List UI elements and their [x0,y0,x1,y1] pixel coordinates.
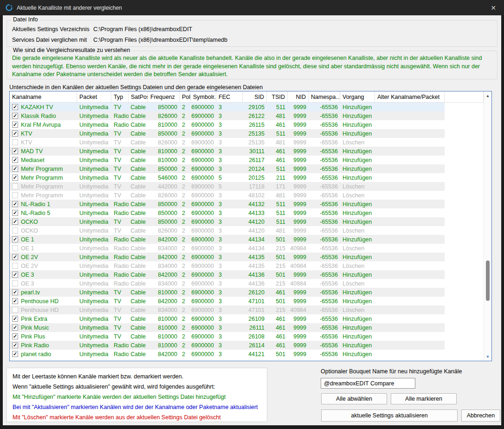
table-row[interactable]: OE 2VUnitymediaRadioCable834000269000003… [10,261,484,270]
cell-fec: 3 [216,138,243,147]
table-row[interactable]: ✓KAZAKH TVUnitymediaTVCable8500002690000… [10,103,484,111]
row-checkbox[interactable] [12,183,18,189]
row-checkbox[interactable]: ✓ [12,219,18,225]
table-row[interactable]: KTVUnitymediaTVCable82600026900000325135… [10,138,484,147]
table-row[interactable]: ✓Mehr ProgrammUnitymediaTVCable546000269… [10,173,484,182]
row-checkbox[interactable] [12,228,18,234]
row-checkbox[interactable] [12,263,18,269]
cell-spacer [445,182,484,191]
update-settings-button[interactable]: aktuelle Settings aktualisieren [321,410,458,422]
table-row[interactable]: ✓KTVUnitymediaTVCable8500002690000032513… [10,129,484,138]
table-row[interactable]: ✓Pink RadioUnitymediaRadioCable810000269… [10,341,484,350]
row-checkbox[interactable] [12,280,18,286]
table-row[interactable]: ✓Mehr ProgrammUnitymediaTVCable850000269… [10,164,484,173]
row-checkbox[interactable]: ✓ [12,157,18,163]
vertical-scrollbar[interactable]: ▲ ▼ [484,91,491,361]
table-row[interactable]: ✓Pink ExtraUnitymediaTVCable810000269000… [10,314,484,323]
column-header-tsid[interactable]: TSID [267,91,288,102]
column-header-namespace[interactable]: Namespa... [309,91,340,102]
row-checkbox[interactable] [12,192,18,198]
row-checkbox[interactable]: ✓ [12,351,18,357]
cell-name: ✓OE 2V [10,253,77,261]
scroll-down-icon[interactable]: ▼ [484,353,491,360]
column-header-nid[interactable]: NID [288,91,309,102]
cell-typ: Radio [111,279,129,288]
row-checkbox[interactable]: ✓ [12,272,18,278]
table-row[interactable]: ✓MAD TVUnitymediaTVCable8100002690000033… [10,147,484,156]
channel-name: Klassik Radio [21,113,56,119]
row-checkbox[interactable] [12,139,18,145]
bouquet-name-input[interactable] [321,378,415,389]
cancel-button[interactable]: Abbrechen [461,410,500,422]
table-row[interactable]: ✓Klassik RadioUnitymediaRadioCable826000… [10,111,484,120]
row-checkbox[interactable]: ✓ [12,130,18,136]
cell-symbolrate: 6900000 [191,332,216,341]
table-row[interactable]: OE 3UnitymediaRadioCable8340002690000034… [10,279,484,288]
column-header-vorgang[interactable]: Vorgang [340,91,375,102]
cell-packet: Unitymedia [77,120,111,129]
table-row[interactable]: OE 1UnitymediaRadioCable8340002690000034… [10,244,484,253]
row-checkbox[interactable]: ✓ [12,104,18,110]
select-all-button[interactable]: Alle markieren [391,393,457,404]
row-checkbox[interactable] [12,245,18,251]
row-checkbox[interactable]: ✓ [12,254,18,260]
row-checkbox[interactable]: ✓ [12,175,18,181]
row-checkbox[interactable]: ✓ [12,113,18,119]
row-checkbox[interactable]: ✓ [12,122,18,128]
table-row[interactable]: Mehr ProgrammUnitymediaTVCable4420002690… [10,182,484,191]
table-row[interactable]: ✓NL-Radio 5UnitymediaRadioCable850000269… [10,208,484,217]
row-checkbox[interactable]: ✓ [12,316,18,322]
column-header-symbolrate[interactable]: Symbolr... [191,91,216,102]
column-header-alter_name[interactable]: Alter Kanalname/Packet [375,91,445,102]
row-checkbox[interactable]: ✓ [12,298,18,304]
scrollbar-thumb[interactable] [486,260,490,301]
cell-packet: Unitymedia [77,323,111,332]
channel-name: NL-Radio 5 [21,210,50,216]
cell-typ: Radio [111,111,129,120]
column-header-name[interactable]: Kanalname [10,91,77,102]
row-checkbox[interactable]: ✓ [12,166,18,172]
table-row[interactable]: ✓pearl.tvUnitymediaTVCable81000026900000… [10,288,484,297]
table-row[interactable]: ✓OE 3UnitymediaRadioCable842000269000003… [10,270,484,279]
table-row[interactable]: ✓OE 2VUnitymediaRadioCable84200026900000… [10,253,484,261]
table-row[interactable]: OCKOUnitymediaTVCable8260002690000034412… [10,226,484,235]
row-checkbox[interactable]: ✓ [12,342,18,348]
compared-file-label: Services Datei verglichen mit [12,37,93,43]
table-row[interactable]: ✓NL-Radio 1UnitymediaRadioCable850000269… [10,200,484,208]
table-row[interactable]: ✓Penthouse HDUnitymediaTVCable8420002690… [10,297,484,306]
row-checkbox[interactable]: ✓ [12,148,18,154]
cell-fec: 3 [216,261,243,270]
column-header-fec[interactable]: FEC [216,91,243,102]
table-row[interactable]: ✓Pink MusicUnitymediaTVCable810000269000… [10,323,484,332]
row-checkbox[interactable]: ✓ [12,201,18,207]
column-header-sid[interactable]: SID [243,91,267,102]
row-checkbox[interactable]: ✓ [12,236,18,242]
table-row[interactable]: ✓OCKOUnitymediaTVCable850000269000003441… [10,217,484,226]
row-checkbox[interactable]: ✓ [12,289,18,295]
channel-name: OE 2V [21,263,38,269]
cell-tsid: 461 [267,314,288,323]
column-header-frequenz[interactable]: Frequenz [148,91,180,102]
column-header-satpos[interactable]: SatPos [129,91,148,102]
table-row[interactable]: Penthouse HDUnitymediaTVCable83400026900… [10,306,484,314]
cell-frequenz: 850000 [148,129,180,138]
column-header-pol[interactable]: Pol [180,91,191,102]
scroll-up-icon[interactable]: ▲ [484,92,491,99]
row-checkbox[interactable]: ✓ [12,333,18,339]
table-row[interactable]: ✓OE 1UnitymediaRadioCable842000269000003… [10,235,484,244]
table-row[interactable]: ✓Pink PlusUnitymediaTVCable8100002690000… [10,332,484,341]
deselect-all-button[interactable]: Alle abwählen [321,393,387,404]
table-row[interactable]: Mehr ProgrammUnitymediaTVCable8260002690… [10,191,484,200]
table-row[interactable]: ✓planet radioUnitymediaRadioCable8420002… [10,350,484,358]
column-header-packet[interactable]: Packet [77,91,111,102]
table-row[interactable]: ✓Kral FM AvrupaUnitymediaRadioCable81000… [10,120,484,129]
cell-typ: Radio [111,253,129,261]
table-row[interactable]: ✓MediasetUnitymediaTVCable81000026900000… [10,156,484,164]
column-header-typ[interactable]: Typ [111,91,129,102]
row-checkbox[interactable] [12,307,18,313]
row-checkbox[interactable]: ✓ [12,325,18,331]
close-icon[interactable]: ✕ [483,0,504,15]
column-header-spacer[interactable] [445,91,484,102]
cell-name: ✓pearl.tv [10,288,77,297]
row-checkbox[interactable]: ✓ [12,210,18,216]
